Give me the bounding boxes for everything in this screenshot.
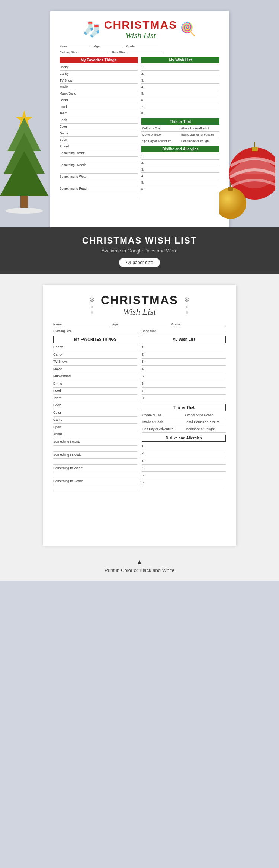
bw-this-or-that: This or That Coffee or Tea Alcohol or no… <box>142 404 226 433</box>
stocking-icon: 🧦 <box>83 20 101 38</box>
color-dislike-section: Dislike and Allergies 1. 2. 3. 4. 5. 6. <box>141 146 219 193</box>
bw-dislike-section: Dislike and Allergies 1. 2. 3. 4. 5. 6. <box>142 435 226 486</box>
bw-fav-drinks: Drinks <box>53 380 137 388</box>
bw-grade-field: Grade <box>171 321 226 326</box>
tot-handmade: Handmade or Bought <box>180 138 219 144</box>
fav-tvshow: TV Show <box>60 77 138 84</box>
fav-need-blank <box>60 168 138 174</box>
dislike-1: 1. <box>141 153 219 160</box>
bw-fav-wear-blank <box>53 472 137 478</box>
snowflake-2: ✳ <box>90 305 94 309</box>
bw-two-col: MY FAVORITES THINGS Hobby Candy TV Show … <box>53 336 226 492</box>
snowflake-1: ❄ <box>89 296 95 303</box>
favorites-header-color: My Favorites Things <box>60 57 138 63</box>
tot-board: Board Games or Puzzles <box>180 132 219 138</box>
bw-fav-need-blank <box>53 459 137 465</box>
dislike-4: 4. <box>141 173 219 179</box>
shoe-field: Shoe Size <box>111 50 163 54</box>
color-preview-section: 🧦 CHRISTMAS Wish List 🍭 Name Age Grade <box>0 0 279 227</box>
wish-3: 3. <box>141 77 219 84</box>
color-form-fields: Name Age Grade Clothing Size S <box>60 44 219 54</box>
bw-shoe-label: Shoe Size <box>142 329 156 333</box>
bw-wish-4: 4. <box>142 366 226 373</box>
tot-spa: Spa Day or Adventure <box>141 138 180 144</box>
snowflake-3: ❅ <box>90 311 94 315</box>
bw-wish-5: 5. <box>142 373 226 381</box>
bw-age-field: Age <box>112 321 167 326</box>
bw-wish-3: 3. <box>142 359 226 366</box>
bw-dislike-header: Dislike and Allergies <box>142 435 226 442</box>
wish-6: 6. <box>141 97 219 104</box>
name-field: Name <box>60 44 90 48</box>
bw-dislike-1: 1. <box>142 443 226 450</box>
fav-animal: Animal <box>60 143 138 150</box>
bw-tot-row-3: Spa Day or Adventure Handmade or Bought <box>142 426 226 433</box>
snowflake-6: ❅ <box>185 311 189 315</box>
color-wishlist-col: My Wish List 1. 2. 3. 4. 5. 6. 7. 8. Thi… <box>141 57 219 197</box>
dislike-6: 6. <box>141 186 219 193</box>
bw-tot-spa: Spa Day or Adventure <box>142 426 184 433</box>
bw-wish-1: 1. <box>142 344 226 352</box>
banner-title: CHRISTMAS WISH LIST <box>7 235 272 246</box>
wish-4: 4. <box>141 84 219 90</box>
bw-fav-musicband: Music/Band <box>53 373 137 381</box>
svg-rect-11 <box>228 187 233 191</box>
bw-wishlist-card: ❄ ✳ ❅ CHRISTMAS Wish List ❄ ✳ ❅ Name <box>43 285 236 546</box>
fav-drinks: Drinks <box>60 97 138 104</box>
bw-tot-row-1: Coffee or Tea Alcohol or no Alcohol <box>142 412 226 419</box>
bw-wish-7: 7. <box>142 388 226 395</box>
bw-clothing-label: Clothing Size <box>53 329 72 333</box>
bw-form-fields: Name Age Grade Clothing Size S <box>53 321 226 333</box>
bw-fav-book: Book <box>53 402 137 410</box>
christmas-title-color: CHRISTMAS <box>104 19 177 31</box>
bw-fav-sport: Sport <box>53 424 137 431</box>
wish-1: 1. <box>141 64 219 71</box>
bw-fav-movie: Movie <box>53 366 137 373</box>
tot-movie: Movie or Book <box>141 132 180 138</box>
dislike-5: 5. <box>141 179 219 186</box>
color-two-col: My Favorites Things Hobby Candy TV Show … <box>60 57 219 197</box>
age-label: Age <box>94 45 99 48</box>
bw-preview-section: ❄ ✳ ❅ CHRISTMAS Wish List ❄ ✳ ❅ Name <box>0 274 279 553</box>
shoe-label: Shoe Size <box>111 51 125 54</box>
name-label: Name <box>60 45 67 48</box>
bw-dislike-2: 2. <box>142 450 226 458</box>
bw-fav-game: Game <box>53 417 137 424</box>
fav-game: Game <box>60 130 138 137</box>
bw-dislike-5: 5. <box>142 472 226 479</box>
bw-fav-tvshow: TV Show <box>53 359 137 366</box>
dislike-3: 3. <box>141 166 219 173</box>
bw-fav-color: Color <box>53 409 137 417</box>
paper-size-badge: A4 paper size <box>119 258 160 267</box>
snowflake-4: ❄ <box>184 296 190 303</box>
svg-rect-7 <box>252 147 258 151</box>
bw-tot-handmade: Handmade or Bought <box>184 426 226 433</box>
wish-2: 2. <box>141 71 219 77</box>
bw-wishlist-header: My Wish List <box>142 336 226 343</box>
bw-wish-8: 8. <box>142 395 226 402</box>
bw-header-text: CHRISTMAS Wish List <box>101 294 178 317</box>
tot-alcohol: Alcohol or no Alcohol <box>180 125 219 132</box>
bw-tot-board: Board Games or Puzzles <box>184 419 226 426</box>
bw-form-line-2: Clothing Size Shoe Size <box>53 328 226 333</box>
fav-team: Team <box>60 110 138 117</box>
fav-food: Food <box>60 104 138 111</box>
this-or-that-header-color: This or That <box>141 118 219 125</box>
bw-wish-6: 6. <box>142 380 226 388</box>
snowflake-right: ❄ ✳ ❅ <box>184 296 190 315</box>
bw-name-label: Name <box>53 322 62 326</box>
fav-candy: Candy <box>60 71 138 77</box>
fav-book: Book <box>60 117 138 124</box>
fav-musicband: Music/Band <box>60 90 138 97</box>
bw-favorites-col: MY FAVORITES THINGS Hobby Candy TV Show … <box>53 336 137 492</box>
bw-age-label: Age <box>112 322 118 326</box>
wish-5: 5. <box>141 90 219 97</box>
bw-tot-movie: Movie or Book <box>142 419 184 426</box>
fav-sport: Sport <box>60 137 138 143</box>
footer-section: ▲ Print in Color or Black and White <box>0 553 279 581</box>
header-text: CHRISTMAS Wish List <box>104 19 177 40</box>
fav-movie: Movie <box>60 84 138 90</box>
bw-wish-2: 2. <box>142 351 226 359</box>
bw-fav-something-need: Something I Need: <box>53 452 137 459</box>
bw-wishlist-col: My Wish List 1. 2. 3. 4. 5. 6. 7. 8. Thi… <box>142 336 226 492</box>
